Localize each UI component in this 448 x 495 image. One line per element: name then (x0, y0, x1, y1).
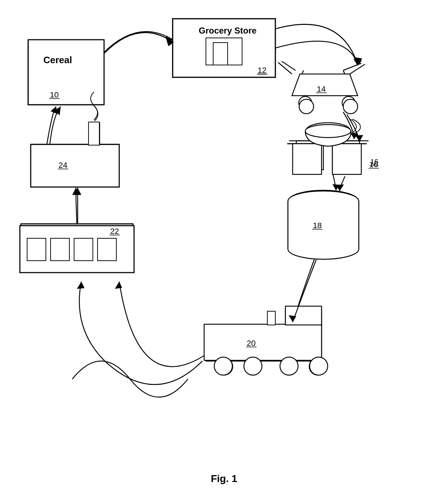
svg-text:Grocery Store: Grocery Store (203, 25, 261, 34)
svg-marker-109 (289, 315, 296, 322)
svg-rect-2 (206, 38, 228, 58)
svg-rect-97 (51, 238, 69, 261)
svg-marker-107 (356, 135, 363, 142)
svg-text:20: 20 (246, 340, 254, 348)
svg-text:Grocery Store: Grocery Store (199, 26, 257, 35)
svg-text:16: 16 (370, 158, 378, 166)
svg-text:18: 18 (313, 221, 322, 230)
svg-marker-52 (74, 188, 81, 195)
svg-point-67 (299, 99, 314, 114)
svg-text:14: 14 (316, 83, 324, 91)
svg-rect-36 (21, 224, 133, 271)
svg-point-25 (289, 239, 358, 259)
svg-rect-73 (332, 144, 361, 174)
svg-point-10 (342, 96, 355, 109)
svg-point-80 (288, 239, 359, 259)
figure-caption: Fig. 1 (0, 469, 448, 485)
svg-rect-55 (173, 19, 275, 77)
label-12: 12 (260, 66, 268, 74)
svg-rect-102 (31, 144, 119, 187)
svg-point-74 (305, 125, 351, 138)
svg-point-90 (244, 357, 262, 375)
svg-rect-44 (90, 123, 100, 145)
svg-marker-51 (115, 282, 122, 289)
svg-point-31 (244, 358, 262, 375)
svg-rect-22 (289, 200, 358, 249)
svg-marker-110 (77, 282, 85, 289)
svg-line-11 (282, 61, 296, 70)
svg-point-30 (215, 358, 233, 375)
svg-rect-96 (27, 238, 46, 261)
svg-rect-58 (213, 43, 228, 65)
svg-rect-43 (32, 144, 119, 186)
svg-text:12: 12 (258, 66, 266, 75)
svg-rect-99 (98, 238, 116, 261)
svg-text:24: 24 (60, 161, 68, 169)
svg-line-65 (278, 62, 292, 74)
diagram-container: Grocery Store 12 Cereal 10 14 (0, 0, 448, 469)
svg-rect-57 (206, 38, 242, 65)
svg-line-12 (343, 63, 361, 70)
svg-rect-86 (204, 324, 322, 360)
svg-rect-29 (285, 309, 322, 326)
svg-rect-103 (89, 122, 99, 145)
svg-text:24: 24 (59, 161, 67, 170)
svg-rect-61 (28, 40, 104, 105)
svg-point-33 (309, 358, 327, 375)
svg-text:14: 14 (317, 84, 326, 94)
svg-point-18 (306, 123, 350, 137)
svg-text:Cereal: Cereal (43, 55, 72, 65)
svg-rect-15 (296, 141, 323, 170)
svg-rect-0 (173, 19, 275, 77)
svg-rect-72 (293, 144, 322, 174)
svg-marker-112 (55, 107, 61, 116)
svg-marker-54 (165, 36, 173, 43)
svg-rect-38 (53, 238, 73, 260)
svg-text:18: 18 (313, 223, 320, 231)
svg-marker-108 (336, 184, 344, 191)
svg-point-9 (299, 96, 312, 109)
svg-text:22: 22 (110, 227, 119, 236)
svg-text:10: 10 (52, 90, 60, 98)
svg-text:10: 10 (50, 90, 59, 99)
svg-rect-28 (206, 325, 322, 361)
svg-point-21 (289, 190, 358, 210)
svg-rect-37 (29, 238, 49, 260)
svg-marker-48 (350, 133, 358, 139)
svg-point-77 (288, 191, 359, 211)
svg-rect-40 (103, 238, 122, 260)
svg-rect-5 (28, 42, 102, 105)
svg-rect-16 (332, 141, 359, 170)
svg-point-89 (214, 357, 232, 375)
svg-point-32 (280, 358, 298, 375)
svg-point-92 (310, 357, 328, 375)
svg-line-66 (350, 64, 365, 74)
svg-rect-87 (285, 306, 322, 325)
svg-marker-47 (353, 57, 362, 63)
svg-rect-39 (78, 238, 98, 260)
svg-marker-113 (166, 39, 173, 46)
svg-point-68 (343, 99, 358, 114)
svg-marker-106 (353, 59, 362, 66)
svg-text:22: 22 (111, 226, 119, 234)
svg-text:16: 16 (369, 160, 378, 169)
svg-text:Cereal: Cereal (48, 55, 74, 65)
svg-rect-88 (267, 311, 275, 325)
svg-marker-53 (51, 107, 58, 114)
svg-rect-3 (211, 42, 222, 58)
svg-marker-50 (289, 316, 296, 323)
svg-marker-111 (72, 188, 79, 195)
svg-rect-81 (288, 201, 358, 249)
svg-rect-98 (74, 238, 93, 261)
svg-text:20: 20 (247, 339, 255, 348)
svg-point-91 (280, 357, 298, 375)
svg-marker-49 (332, 184, 340, 190)
svg-rect-95 (20, 226, 134, 273)
